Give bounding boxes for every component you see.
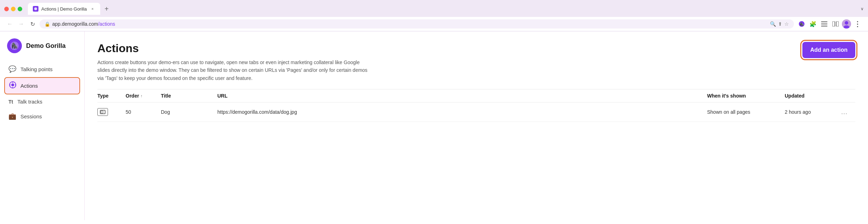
tab-bar: Actions | Demo Gorilla × + [28, 3, 111, 15]
app-layout: 🦍 Demo Gorilla 💬 Talking points [0, 31, 868, 220]
new-tab-button[interactable]: + [102, 4, 111, 14]
col-header-when-shown: When it's shown [707, 93, 785, 99]
talk-tracks-icon: Tt [8, 99, 13, 105]
row-more-button[interactable]: ... [841, 108, 855, 116]
svg-text:🦍: 🦍 [11, 42, 18, 49]
sidebar-item-label-talking-points: Talking points [20, 66, 53, 72]
col-header-title: Title [161, 93, 217, 99]
page-description: Actions create buttons your demo-ers can… [97, 58, 373, 82]
back-button[interactable]: ← [6, 20, 14, 28]
url-path: /actions [98, 21, 115, 27]
toolbar-icons: 🦍 🧩 ⋮ [797, 19, 862, 29]
sidebar-item-label-actions: Actions [20, 83, 38, 89]
actions-icon [9, 81, 16, 90]
browser-titlebar: Actions | Demo Gorilla × + ∨ [0, 0, 868, 17]
sessions-icon: 💼 [8, 112, 16, 120]
add-action-button[interactable]: Add an action [802, 42, 855, 58]
close-traffic-light[interactable] [4, 7, 9, 11]
refresh-button[interactable]: ↻ [28, 20, 37, 28]
svg-point-0 [34, 7, 37, 10]
profile-avatar[interactable] [842, 19, 851, 29]
browser-expand-button[interactable]: ∨ [861, 6, 864, 11]
url-text: app.demogorilla.com/actions [52, 21, 768, 27]
traffic-lights [4, 7, 22, 11]
sidebar-item-label-sessions: Sessions [20, 113, 42, 119]
sidebar-item-label-talk-tracks: Talk tracks [17, 99, 42, 105]
page-title: Actions [97, 42, 373, 55]
url-bar[interactable]: 🔒 app.demogorilla.com/actions 🔍 ⬆ ☆ [40, 19, 794, 29]
gorilla-extension-icon[interactable]: 🦍 [797, 19, 807, 29]
row-updated: 2 hours ago [785, 109, 841, 115]
svg-rect-7 [836, 21, 839, 26]
logo-icon: 🦍 [7, 38, 22, 53]
browser-chrome: Actions | Demo Gorilla × + ∨ ← → ↻ 🔒 app… [0, 0, 868, 31]
svg-text:🦍: 🦍 [800, 22, 804, 26]
svg-rect-3 [821, 21, 827, 22]
sidebar-item-talk-tracks[interactable]: Tt Talk tracks [4, 95, 80, 108]
main-header: Actions Actions create buttons your demo… [97, 42, 855, 82]
sort-arrow-icon: ↑ [140, 94, 143, 98]
col-header-actions [841, 93, 855, 99]
search-url-icon: 🔍 [770, 21, 776, 27]
sidebar-toggle-icon[interactable] [819, 19, 829, 29]
maximize-traffic-light[interactable] [18, 7, 22, 11]
actions-table: Type Order ↑ Title URL When it's shown U… [97, 89, 855, 122]
col-header-order[interactable]: Order ↑ [126, 93, 161, 99]
row-title: Dog [161, 109, 217, 115]
svg-rect-6 [832, 21, 835, 26]
svg-rect-20 [101, 111, 103, 113]
share-icon: ⬆ [778, 21, 782, 27]
split-view-icon[interactable] [831, 19, 840, 29]
tab-favicon [33, 6, 38, 12]
row-url: https://demogorilla.com/data/dog.jpg [217, 109, 707, 115]
col-header-url: URL [217, 93, 707, 99]
row-when-shown: Shown on all pages [707, 109, 785, 115]
url-domain: app.demogorilla.com [52, 21, 98, 27]
sidebar-item-actions[interactable]: Actions [4, 77, 80, 94]
action-type-icon [97, 108, 108, 116]
sidebar-logo: 🦍 Demo Gorilla [0, 38, 84, 62]
ssl-lock-icon: 🔒 [44, 21, 50, 27]
tab-close-button[interactable]: × [90, 6, 95, 12]
forward-button[interactable]: → [17, 20, 25, 28]
svg-rect-5 [821, 26, 827, 26]
tab-title: Actions | Demo Gorilla [41, 6, 87, 12]
header-text: Actions Actions create buttons your demo… [97, 42, 373, 82]
col-header-type: Type [97, 93, 126, 99]
sidebar-navigation: 💬 Talking points Actions Tt [0, 62, 84, 124]
active-tab[interactable]: Actions | Demo Gorilla × [28, 3, 100, 15]
table-header: Type Order ↑ Title URL When it's shown U… [97, 89, 855, 102]
puzzle-extension-icon[interactable]: 🧩 [808, 19, 818, 29]
sidebar-item-talking-points[interactable]: 💬 Talking points [4, 62, 80, 76]
minimize-traffic-light[interactable] [11, 7, 16, 11]
sidebar-item-sessions[interactable]: 💼 Sessions [4, 109, 80, 124]
svg-rect-4 [821, 24, 827, 24]
bookmark-icon: ☆ [784, 21, 789, 27]
col-header-updated: Updated [785, 93, 841, 99]
talking-points-icon: 💬 [8, 65, 16, 73]
row-order: 50 [126, 109, 161, 115]
row-type-icon [97, 108, 126, 116]
address-bar: ← → ↻ 🔒 app.demogorilla.com/actions 🔍 ⬆ … [0, 17, 868, 31]
table-row: 50 Dog https://demogorilla.com/data/dog.… [97, 102, 855, 122]
svg-point-14 [11, 83, 14, 86]
svg-point-9 [845, 21, 848, 25]
more-menu-button[interactable]: ⋮ [852, 19, 862, 29]
logo-text: Demo Gorilla [26, 42, 66, 50]
main-content: Actions Actions create buttons your demo… [85, 31, 868, 220]
sidebar: 🦍 Demo Gorilla 💬 Talking points [0, 31, 85, 220]
